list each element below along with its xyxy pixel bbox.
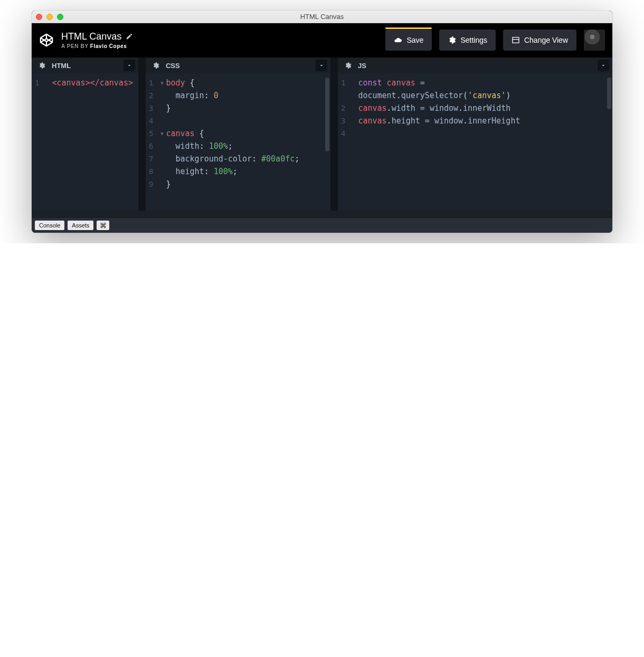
gear-icon[interactable] [150, 60, 162, 71]
code[interactable]: const canvas = document.querySelector('c… [349, 73, 612, 211]
avatar[interactable] [584, 30, 605, 51]
assets-button[interactable]: Assets [68, 221, 93, 230]
zoom-window-button[interactable] [57, 14, 63, 20]
gear-icon[interactable] [342, 60, 354, 71]
change-view-button[interactable]: Change View [503, 30, 576, 51]
mac-titlebar: HTML Canvas [32, 11, 612, 23]
traffic-lights [36, 14, 63, 20]
console-button[interactable]: Console [35, 221, 64, 230]
gear-icon[interactable] [36, 60, 48, 71]
layout-icon [512, 36, 520, 44]
settings-button[interactable]: Settings [439, 30, 496, 51]
window-title: HTML Canvas [32, 13, 612, 21]
gutter: 1 [32, 73, 43, 211]
svg-rect-3 [513, 37, 519, 43]
editor-html-header: HTML [32, 58, 138, 73]
gutter: 123456789 [146, 73, 157, 211]
editor-css-label: CSS [166, 62, 180, 70]
close-window-button[interactable] [36, 14, 42, 20]
chevron-down-icon[interactable] [598, 60, 609, 71]
scrollbar[interactable] [325, 78, 329, 151]
scrollbar[interactable] [607, 78, 611, 109]
editor-js-label: JS [358, 62, 366, 70]
chevron-down-icon[interactable] [316, 60, 327, 71]
app-window: HTML Canvas HTML Canvas A PEN BY Flavio … [32, 11, 612, 233]
editor-js: JS 1234 const canvas = document.querySel… [338, 58, 612, 211]
chevron-down-icon[interactable] [124, 60, 135, 71]
editor-row: HTML 1 <canvas></canvas> CSS [32, 57, 612, 218]
footer-bar: Console Assets ⌘ [32, 218, 612, 233]
pen-title[interactable]: HTML Canvas [61, 31, 121, 42]
editor-css-header: CSS [146, 58, 330, 73]
editor-html-body[interactable]: 1 <canvas></canvas> [32, 73, 138, 211]
code[interactable]: ▾body { margin: 0}▾canvas { width: 100%;… [157, 73, 330, 211]
minimize-window-button[interactable] [46, 14, 53, 20]
pen-author[interactable]: Flavio Copes [90, 43, 127, 49]
pen-byline: A PEN BY Flavio Copes [61, 43, 133, 50]
editor-js-header: JS [338, 58, 612, 73]
shortcuts-button[interactable]: ⌘ [97, 221, 109, 230]
cloud-icon [394, 36, 402, 44]
editor-js-body[interactable]: 1234 const canvas = document.querySelect… [338, 73, 612, 211]
pen-title-block: HTML Canvas A PEN BY Flavio Copes [61, 31, 133, 49]
gutter: 1234 [338, 73, 349, 211]
editor-html-label: HTML [52, 62, 71, 70]
editor-css-body[interactable]: 123456789 ▾body { margin: 0}▾canvas { wi… [146, 73, 330, 211]
code[interactable]: <canvas></canvas> [43, 73, 138, 211]
codepen-logo-icon [39, 33, 54, 47]
editor-html: HTML 1 <canvas></canvas> [32, 58, 138, 211]
gear-icon [448, 36, 456, 44]
save-button[interactable]: Save [385, 30, 432, 51]
pencil-icon[interactable] [126, 33, 133, 40]
editor-css: CSS 123456789 ▾body { margin: 0}▾canvas … [146, 58, 330, 211]
app-header: HTML Canvas A PEN BY Flavio Copes Save S… [32, 23, 612, 57]
